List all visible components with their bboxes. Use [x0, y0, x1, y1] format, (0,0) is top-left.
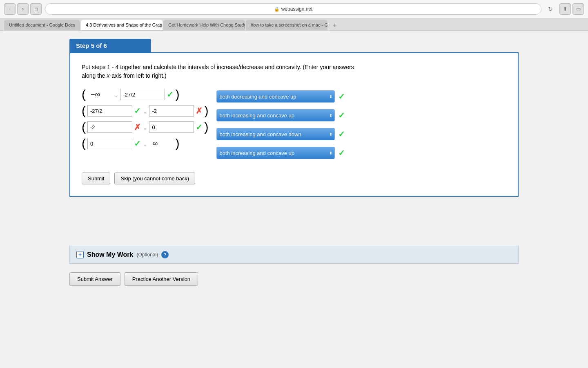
browser-toolbar: ‹ › ◻ 🔒 webassign.net ↻ ⬆ ▭ — [0, 0, 588, 18]
behavior-check-1: ✓ — [338, 92, 345, 101]
skip-button[interactable]: Skip (you cannot come back) — [114, 173, 195, 184]
tab-screenshot[interactable]: how to take a screenshot on a mac - Goog… — [246, 20, 327, 30]
step-instruction: Put steps 1 - 4 together and calculate t… — [82, 63, 506, 80]
close-paren-2: ) — [204, 105, 208, 117]
right-infinity-4: ∞ — [149, 139, 174, 148]
new-tab-button[interactable]: + — [330, 20, 340, 30]
back-button[interactable]: ‹ — [4, 3, 16, 15]
comma-2: , — [144, 107, 146, 114]
right-input-1[interactable] — [120, 89, 165, 100]
comma-1: , — [115, 91, 117, 98]
dropdown-row-3: both decreasing and concave up both decr… — [216, 127, 345, 141]
behavior-check-3: ✓ — [338, 129, 345, 139]
interval-row-2: ( ✓ , ✗ ) — [82, 105, 208, 117]
close-paren-4: ) — [175, 137, 179, 150]
left-input-2[interactable] — [87, 105, 132, 117]
select-wrapper-2: both decreasing and concave up both decr… — [216, 109, 335, 121]
select-wrapper-1: both decreasing and concave up both decr… — [216, 90, 335, 103]
intervals-area: ( −∞ , ✓ ) ( ✓ , ✗ — [82, 88, 506, 160]
address-bar[interactable]: 🔒 webassign.net — [45, 3, 541, 15]
page-content: Step 5 of 6 Put steps 1 - 4 together and… — [0, 31, 588, 368]
white-panel — [69, 286, 519, 298]
behavior-select-4[interactable]: both decreasing and concave up both decr… — [216, 147, 335, 159]
close-paren-1: ) — [175, 88, 179, 101]
nav-buttons: ‹ › ◻ — [4, 3, 42, 15]
submit-answer-button[interactable]: Submit Answer — [69, 272, 120, 286]
close-paren-3: ) — [204, 121, 208, 133]
practice-button[interactable]: Practice Another Version — [125, 272, 198, 286]
open-paren-2: ( — [82, 105, 86, 117]
interval-row-1: ( −∞ , ✓ ) — [82, 88, 208, 101]
instruction-line2: along the x-axis from left to right.) — [82, 72, 167, 79]
left-check-3: ✗ — [134, 122, 141, 132]
step-body: Put steps 1 - 4 together and calculate t… — [69, 52, 519, 197]
share-button[interactable]: ⬆ — [559, 3, 571, 15]
bottom-buttons: Submit Answer Practice Another Version — [69, 272, 519, 286]
show-my-work-title: Show My Work — [87, 251, 134, 258]
open-paren-4: ( — [82, 137, 86, 150]
right-check-3: ✓ — [196, 122, 203, 132]
dropdown-row-4: both decreasing and concave up both decr… — [216, 146, 345, 160]
left-check-4: ✓ — [134, 139, 141, 148]
open-paren-1: ( — [82, 88, 86, 101]
help-icon[interactable]: ? — [161, 251, 169, 258]
behavior-check-2: ✓ — [338, 110, 345, 120]
right-check-1: ✓ — [167, 90, 174, 99]
tab-chegg[interactable]: Get Homework Help With Chegg Study | Che… — [163, 20, 245, 30]
behavior-select-3[interactable]: both decreasing and concave up both decr… — [216, 128, 335, 140]
right-check-2: ✗ — [196, 106, 203, 116]
instruction-line1: Put steps 1 - 4 together and calculate t… — [82, 64, 354, 70]
comma-4: , — [144, 140, 146, 147]
sidebar-button[interactable]: ▭ — [572, 3, 584, 15]
select-wrapper-4: both decreasing and concave up both decr… — [216, 147, 335, 159]
expand-icon[interactable]: + — [76, 251, 84, 258]
submit-button[interactable]: Submit — [82, 173, 110, 184]
comma-3: , — [144, 123, 146, 131]
interval-row-3: ( ✗ , ✓ ) — [82, 121, 208, 133]
behavior-check-4: ✓ — [338, 148, 345, 158]
show-my-work-optional: (Optional) — [137, 252, 158, 258]
browser-chrome: ‹ › ◻ 🔒 webassign.net ↻ ⬆ ▭ Untitled doc… — [0, 0, 588, 31]
reload-button[interactable]: ↻ — [545, 3, 556, 15]
left-input-4[interactable] — [87, 138, 132, 149]
left-input-3[interactable] — [87, 121, 132, 133]
behavior-select-1[interactable]: both decreasing and concave up both decr… — [216, 90, 335, 103]
left-check-2: ✓ — [134, 106, 141, 116]
browser-actions: ⬆ ▭ — [559, 3, 584, 15]
dropdown-row-2: both decreasing and concave up both decr… — [216, 108, 345, 123]
tab-google-docs[interactable]: Untitled document - Google Docs — [4, 20, 80, 30]
divider — [69, 264, 519, 264]
window-button[interactable]: ◻ — [30, 3, 42, 15]
left-infinity-1: −∞ — [87, 90, 112, 99]
right-input-2[interactable] — [149, 105, 194, 117]
open-paren-3: ( — [82, 121, 86, 133]
forward-button[interactable]: › — [17, 3, 29, 15]
select-wrapper-3: both decreasing and concave up both decr… — [216, 128, 335, 140]
url-text: webassign.net — [281, 6, 313, 12]
action-buttons: Submit Skip (you cannot come back) — [82, 173, 506, 184]
step-header: Step 5 of 6 — [69, 39, 151, 52]
right-dropdowns: both decreasing and concave up both decr… — [216, 88, 345, 160]
right-input-3[interactable] — [149, 121, 194, 133]
tabs-bar: Untitled document - Google Docs 4.3 Deri… — [0, 18, 588, 30]
show-my-work-section: + Show My Work (Optional) ? — [69, 246, 519, 264]
interval-row-4: ( ✓ , ∞ ) — [82, 137, 208, 150]
left-intervals: ( −∞ , ✓ ) ( ✓ , ✗ — [82, 88, 208, 150]
step-container: Step 5 of 6 Put steps 1 - 4 together and… — [69, 39, 519, 298]
tab-webassign[interactable]: 4.3 Derivatives and Shape of the Graph -… — [81, 20, 163, 30]
dropdown-row-1: both decreasing and concave up both decr… — [216, 89, 345, 104]
behavior-select-2[interactable]: both decreasing and concave up both decr… — [216, 109, 335, 121]
lock-icon: 🔒 — [274, 7, 280, 12]
